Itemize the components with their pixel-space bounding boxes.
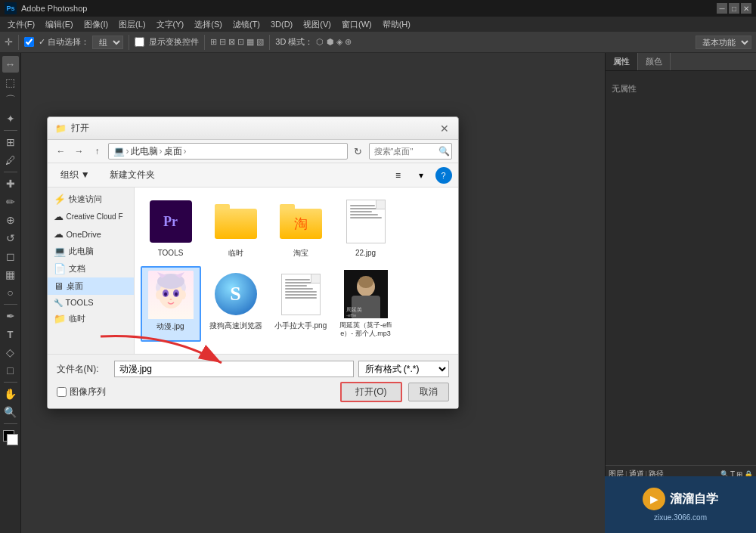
txt-line-1 [350, 205, 376, 206]
back-button[interactable]: ← [54, 144, 69, 159]
sidebar-nav-documents[interactable]: 📄 文档 [48, 260, 134, 277]
sidebar-nav-temp[interactable]: 📁 临时 [48, 310, 134, 327]
menu-filter[interactable]: 滤镜(T) [228, 17, 265, 32]
dodge-tool[interactable]: ○ [2, 284, 19, 301]
pen-tool[interactable]: ✒ [2, 308, 19, 324]
up-button[interactable]: ↑ [90, 144, 105, 159]
menu-text[interactable]: 文字(Y) [152, 17, 189, 32]
gradient-tool[interactable]: ▦ [2, 266, 19, 283]
move-tool[interactable]: ↔ [2, 56, 19, 73]
menu-3d[interactable]: 3D(D) [266, 18, 297, 30]
new-folder-button[interactable]: 新建文件夹 [103, 166, 162, 184]
app-title: Adobe Photoshop [21, 4, 87, 13]
hand-tool[interactable]: ✋ [2, 386, 19, 402]
open-button[interactable]: 打开(O) [340, 382, 401, 402]
brush-tool[interactable]: ✏ [2, 194, 19, 210]
search-icon: 🔍 [438, 146, 450, 156]
menu-view[interactable]: 视图(V) [299, 17, 336, 32]
sidebar-nav-creative-cloud[interactable]: ☁ Creative Cloud F [48, 208, 134, 225]
background-color[interactable] [7, 434, 18, 445]
right-panel-tabs: 属性 颜色 [606, 53, 756, 71]
heal-tool[interactable]: ✚ [2, 175, 19, 192]
svg-point-15 [358, 276, 373, 288]
toolbar-separator-2 [129, 35, 129, 50]
dialog-title-text: 打开 [71, 122, 89, 135]
sidebar-nav-tools[interactable]: 🔧 TOOLS [48, 295, 134, 310]
menu-select[interactable]: 选择(S) [190, 17, 227, 32]
crop-tool[interactable]: ⊞ [2, 134, 19, 150]
view-size-button[interactable]: ▾ [413, 167, 429, 184]
maximize-button[interactable]: □ [729, 3, 739, 14]
tab-color[interactable]: 颜色 [638, 53, 671, 70]
lasso-tool[interactable]: ⌒ [2, 92, 19, 109]
file-item-mp3[interactable]: 周延英 -effie 周延英（英子-effie）- 那个人.mp3 [336, 266, 396, 342]
address-path[interactable]: 💻 › 此电脑 › 桌面 › [108, 143, 348, 160]
cancel-button[interactable]: 取消 [408, 383, 449, 401]
text-tool[interactable]: T [2, 326, 19, 342]
handpng-icon-container [277, 270, 325, 318]
file-item-tools[interactable]: Pr TOOLS [141, 194, 201, 262]
filename-input[interactable] [114, 361, 354, 377]
menu-edit[interactable]: 编辑(E) [41, 17, 78, 32]
watermark-play-icon: ▶ [643, 488, 665, 510]
forward-button[interactable]: → [72, 144, 87, 159]
workspace-select[interactable]: 基本功能 [696, 36, 751, 49]
format-select[interactable]: 所有格式 (*.*) [358, 361, 449, 377]
color-picker[interactable] [3, 430, 18, 445]
magic-wand-tool[interactable]: ✦ [2, 110, 19, 127]
taobao-folder-body: 淘 [280, 209, 322, 239]
svg-point-10 [180, 290, 186, 299]
line-4 [285, 288, 314, 290]
properties-panel: 无属性 [606, 71, 756, 465]
sidebar-nav-quick-access[interactable]: ⚡ 快速访问 [48, 191, 134, 208]
search-input[interactable] [374, 147, 438, 156]
menu-image[interactable]: 图像(I) [79, 17, 113, 32]
auto-select-checkbox[interactable] [24, 37, 34, 47]
desktop-label: 桌面 [67, 280, 83, 292]
group-select[interactable]: 组 [92, 36, 123, 49]
eraser-tool[interactable]: ◻ [2, 248, 19, 265]
path-tool[interactable]: ◇ [2, 344, 19, 361]
search-box[interactable]: 🔍 [369, 143, 452, 160]
view-toggle-button[interactable]: ≡ [390, 167, 407, 184]
sogou-icon-container: S [212, 270, 260, 318]
history-tool[interactable]: ↺ [2, 230, 19, 246]
svg-text:-effie: -effie [346, 313, 357, 318]
file-item-temp[interactable]: 临时 [206, 194, 266, 262]
sidebar-nav-onedrive[interactable]: ☁ OneDrive [48, 225, 134, 243]
sidebar-nav-desktop[interactable]: 🖥 桌面 [48, 277, 134, 295]
options-toolbar: ✛ ✓ 自动选择： 组 显示变换控件 ⊞ ⊟ ⊠ ⊡ ▦ ▧ 3D 模式： ⬡ … [0, 32, 756, 53]
tools-filename: TOOLS [158, 249, 184, 258]
close-button[interactable]: ✕ [741, 3, 751, 14]
file-item-sogou[interactable]: S 搜狗高速浏览器 [206, 266, 266, 342]
menu-file[interactable]: 文件(F) [3, 17, 39, 32]
refresh-button[interactable]: ↻ [351, 144, 366, 159]
zoom-tool[interactable]: 🔍 [2, 404, 19, 420]
menu-help[interactable]: 帮助(H) [378, 17, 415, 32]
file-item-handpng[interactable]: 小手拉大手.png [271, 266, 331, 342]
file-item-anime[interactable]: 动漫.jpg [141, 266, 201, 342]
image-seq-checkbox-label[interactable]: 图像序列 [57, 386, 106, 398]
selection-tool[interactable]: ⬚ [2, 74, 19, 91]
eyedropper-tool[interactable]: 🖊 [2, 152, 19, 169]
file-item-taobao[interactable]: 淘 淘宝 [271, 194, 331, 262]
show-transform-checkbox[interactable] [135, 37, 144, 47]
help-button[interactable]: ? [435, 167, 452, 184]
file-item-22jpg[interactable]: 22.jpg [336, 194, 396, 262]
sidebar-nav-this-pc[interactable]: 💻 此电脑 [48, 243, 134, 260]
svg-point-6 [164, 292, 167, 296]
mp3-thumbnail: 周延英 -effie [344, 270, 388, 318]
dialog-close-button[interactable]: ✕ [438, 122, 451, 135]
minimize-button[interactable]: ─ [717, 3, 727, 14]
stamp-tool[interactable]: ⊕ [2, 212, 19, 228]
3d-mode-label: 3D 模式： [275, 36, 313, 48]
organize-button[interactable]: 组织 ▼ [54, 166, 97, 184]
menu-window[interactable]: 窗口(W) [337, 17, 376, 32]
menu-layer[interactable]: 图层(L) [114, 17, 150, 32]
image-seq-checkbox[interactable] [57, 387, 67, 397]
tool-separator-3 [4, 304, 17, 305]
tab-properties[interactable]: 属性 [606, 53, 638, 70]
temp-filename: 临时 [228, 249, 243, 258]
quick-access-label: 快速访问 [69, 194, 102, 205]
shape-tool[interactable]: □ [2, 362, 19, 379]
